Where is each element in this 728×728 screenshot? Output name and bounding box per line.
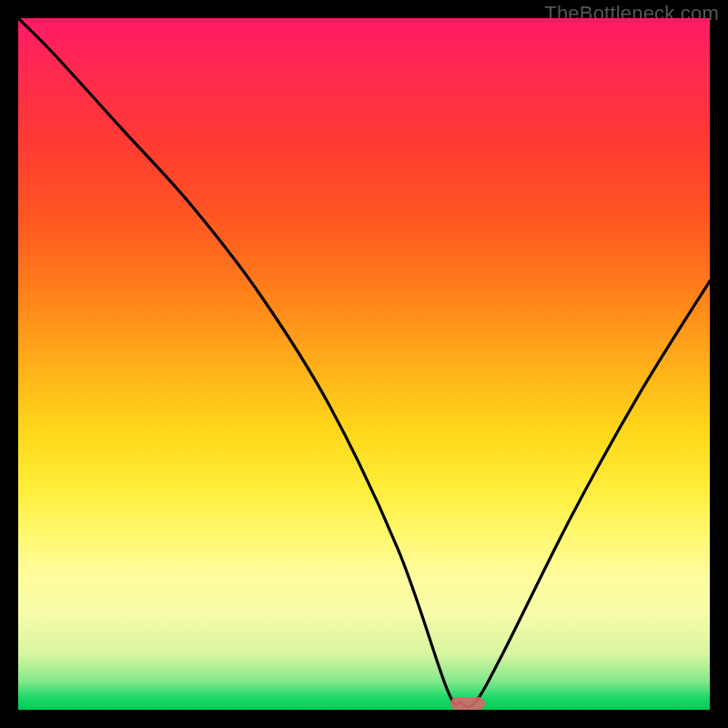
chart-frame: TheBottleneck.com <box>0 0 728 728</box>
optimal-marker <box>450 697 485 710</box>
plot-area <box>18 18 710 710</box>
bottleneck-curve <box>18 18 710 710</box>
